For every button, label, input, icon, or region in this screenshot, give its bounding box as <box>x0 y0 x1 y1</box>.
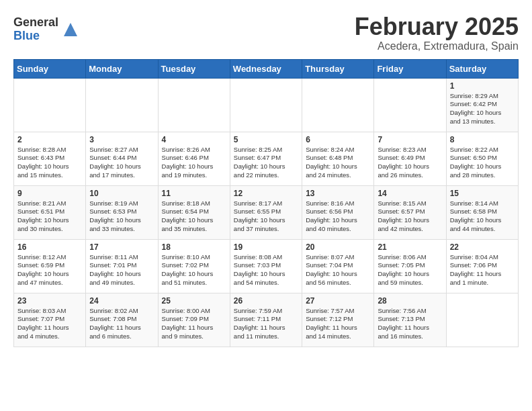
calendar-cell: 24Sunrise: 8:02 AM Sunset: 7:08 PM Dayli… <box>86 293 158 347</box>
day-info: Sunrise: 8:00 AM Sunset: 7:09 PM Dayligh… <box>162 307 226 341</box>
day-info: Sunrise: 8:04 AM Sunset: 7:06 PM Dayligh… <box>450 253 515 287</box>
calendar-table: SundayMondayTuesdayWednesdayThursdayFrid… <box>13 59 519 347</box>
day-number: 13 <box>306 189 370 198</box>
day-number: 25 <box>162 296 226 306</box>
calendar-cell: 8Sunrise: 8:22 AM Sunset: 6:50 PM Daylig… <box>446 132 518 185</box>
calendar-cell: 3Sunrise: 8:27 AM Sunset: 6:44 PM Daylig… <box>86 132 158 185</box>
day-number: 26 <box>234 296 298 306</box>
day-number: 12 <box>234 189 298 198</box>
day-number: 5 <box>234 135 298 144</box>
day-number: 15 <box>450 189 515 198</box>
day-info: Sunrise: 8:03 AM Sunset: 7:07 PM Dayligh… <box>17 307 82 341</box>
calendar-cell: 20Sunrise: 8:07 AM Sunset: 7:04 PM Dayli… <box>302 239 374 293</box>
day-info: Sunrise: 8:07 AM Sunset: 7:04 PM Dayligh… <box>306 253 370 287</box>
day-info: Sunrise: 8:08 AM Sunset: 7:03 PM Dayligh… <box>234 253 298 287</box>
calendar-cell: 2Sunrise: 8:28 AM Sunset: 6:43 PM Daylig… <box>14 132 86 185</box>
calendar-cell: 1Sunrise: 8:29 AM Sunset: 6:42 PM Daylig… <box>446 78 518 132</box>
day-number: 7 <box>378 135 442 144</box>
day-info: Sunrise: 7:59 AM Sunset: 7:11 PM Dayligh… <box>234 307 298 341</box>
page-header: General Blue February 2025 Acedera, Extr… <box>13 13 519 52</box>
day-number: 3 <box>89 135 154 144</box>
day-number: 22 <box>450 242 515 252</box>
calendar-cell: 9Sunrise: 8:21 AM Sunset: 6:51 PM Daylig… <box>14 185 86 239</box>
day-number: 19 <box>234 242 298 252</box>
calendar-cell: 26Sunrise: 7:59 AM Sunset: 7:11 PM Dayli… <box>230 293 302 347</box>
calendar-cell: 7Sunrise: 8:23 AM Sunset: 6:49 PM Daylig… <box>374 132 446 185</box>
day-number: 14 <box>378 189 442 198</box>
day-info: Sunrise: 8:29 AM Sunset: 6:42 PM Dayligh… <box>450 92 515 126</box>
day-number: 23 <box>17 296 82 306</box>
day-info: Sunrise: 8:14 AM Sunset: 6:58 PM Dayligh… <box>450 199 515 234</box>
calendar-cell: 27Sunrise: 7:57 AM Sunset: 7:12 PM Dayli… <box>302 293 374 347</box>
calendar-cell: 22Sunrise: 8:04 AM Sunset: 7:06 PM Dayli… <box>446 239 518 293</box>
day-info: Sunrise: 7:57 AM Sunset: 7:12 PM Dayligh… <box>306 307 370 341</box>
logo-general-text: General <box>13 16 58 30</box>
calendar-cell <box>158 78 230 132</box>
day-number: 11 <box>162 189 226 198</box>
calendar-cell: 25Sunrise: 8:00 AM Sunset: 7:09 PM Dayli… <box>158 293 230 347</box>
calendar-week-row: 16Sunrise: 8:12 AM Sunset: 6:59 PM Dayli… <box>14 239 519 293</box>
day-info: Sunrise: 8:15 AM Sunset: 6:57 PM Dayligh… <box>378 199 442 234</box>
calendar-week-row: 1Sunrise: 8:29 AM Sunset: 6:42 PM Daylig… <box>14 78 519 132</box>
weekday-header-wednesday: Wednesday <box>230 59 302 78</box>
day-number: 4 <box>162 135 226 144</box>
day-info: Sunrise: 8:27 AM Sunset: 6:44 PM Dayligh… <box>89 146 154 180</box>
day-info: Sunrise: 8:16 AM Sunset: 6:56 PM Dayligh… <box>306 199 370 234</box>
calendar-week-row: 9Sunrise: 8:21 AM Sunset: 6:51 PM Daylig… <box>14 185 519 239</box>
day-info: Sunrise: 8:25 AM Sunset: 6:47 PM Dayligh… <box>234 146 298 180</box>
weekday-header-thursday: Thursday <box>302 59 374 78</box>
day-number: 10 <box>89 189 154 198</box>
day-info: Sunrise: 8:22 AM Sunset: 6:50 PM Dayligh… <box>450 146 515 180</box>
calendar-cell: 21Sunrise: 8:06 AM Sunset: 7:05 PM Dayli… <box>374 239 446 293</box>
day-number: 16 <box>17 242 82 252</box>
day-number: 2 <box>17 135 82 144</box>
day-number: 24 <box>89 296 154 306</box>
weekday-header-row: SundayMondayTuesdayWednesdayThursdayFrid… <box>14 59 519 78</box>
day-info: Sunrise: 8:24 AM Sunset: 6:48 PM Dayligh… <box>306 146 370 180</box>
day-info: Sunrise: 8:26 AM Sunset: 6:46 PM Dayligh… <box>162 146 226 180</box>
location-title: Acedera, Extremadura, Spain <box>355 40 519 52</box>
day-info: Sunrise: 8:17 AM Sunset: 6:55 PM Dayligh… <box>234 199 298 234</box>
calendar-cell: 13Sunrise: 8:16 AM Sunset: 6:56 PM Dayli… <box>302 185 374 239</box>
calendar-week-row: 2Sunrise: 8:28 AM Sunset: 6:43 PM Daylig… <box>14 132 519 185</box>
month-title: February 2025 <box>355 13 519 40</box>
day-number: 20 <box>306 242 370 252</box>
calendar-cell: 10Sunrise: 8:19 AM Sunset: 6:53 PM Dayli… <box>86 185 158 239</box>
day-info: Sunrise: 8:28 AM Sunset: 6:43 PM Dayligh… <box>17 146 82 180</box>
weekday-header-friday: Friday <box>374 59 446 78</box>
day-number: 21 <box>378 242 442 252</box>
calendar-cell: 16Sunrise: 8:12 AM Sunset: 6:59 PM Dayli… <box>14 239 86 293</box>
calendar-cell: 18Sunrise: 8:10 AM Sunset: 7:02 PM Dayli… <box>158 239 230 293</box>
calendar-cell <box>14 78 86 132</box>
calendar-cell: 19Sunrise: 8:08 AM Sunset: 7:03 PM Dayli… <box>230 239 302 293</box>
calendar-cell: 28Sunrise: 7:56 AM Sunset: 7:13 PM Dayli… <box>374 293 446 347</box>
day-number: 18 <box>162 242 226 252</box>
day-info: Sunrise: 8:02 AM Sunset: 7:08 PM Dayligh… <box>89 307 154 341</box>
calendar-cell <box>446 293 518 347</box>
logo: General Blue <box>13 16 80 43</box>
weekday-header-tuesday: Tuesday <box>158 59 230 78</box>
calendar-cell: 5Sunrise: 8:25 AM Sunset: 6:47 PM Daylig… <box>230 132 302 185</box>
calendar-cell <box>86 78 158 132</box>
calendar-cell <box>302 78 374 132</box>
calendar-cell: 23Sunrise: 8:03 AM Sunset: 7:07 PM Dayli… <box>14 293 86 347</box>
calendar-cell: 4Sunrise: 8:26 AM Sunset: 6:46 PM Daylig… <box>158 132 230 185</box>
svg-marker-0 <box>64 23 77 36</box>
calendar-cell: 14Sunrise: 8:15 AM Sunset: 6:57 PM Dayli… <box>374 185 446 239</box>
day-info: Sunrise: 8:21 AM Sunset: 6:51 PM Dayligh… <box>17 199 82 234</box>
day-number: 27 <box>306 296 370 306</box>
calendar-cell: 15Sunrise: 8:14 AM Sunset: 6:58 PM Dayli… <box>446 185 518 239</box>
title-section: February 2025 Acedera, Extremadura, Spai… <box>355 13 519 52</box>
day-info: Sunrise: 7:56 AM Sunset: 7:13 PM Dayligh… <box>378 307 442 341</box>
day-info: Sunrise: 8:12 AM Sunset: 6:59 PM Dayligh… <box>17 253 82 287</box>
calendar-cell: 17Sunrise: 8:11 AM Sunset: 7:01 PM Dayli… <box>86 239 158 293</box>
day-number: 8 <box>450 135 515 144</box>
calendar-cell <box>374 78 446 132</box>
weekday-header-monday: Monday <box>86 59 158 78</box>
calendar-week-row: 23Sunrise: 8:03 AM Sunset: 7:07 PM Dayli… <box>14 293 519 347</box>
day-info: Sunrise: 8:06 AM Sunset: 7:05 PM Dayligh… <box>378 253 442 287</box>
calendar-cell: 6Sunrise: 8:24 AM Sunset: 6:48 PM Daylig… <box>302 132 374 185</box>
day-number: 1 <box>450 81 515 91</box>
day-number: 28 <box>378 296 442 306</box>
day-number: 9 <box>17 189 82 198</box>
